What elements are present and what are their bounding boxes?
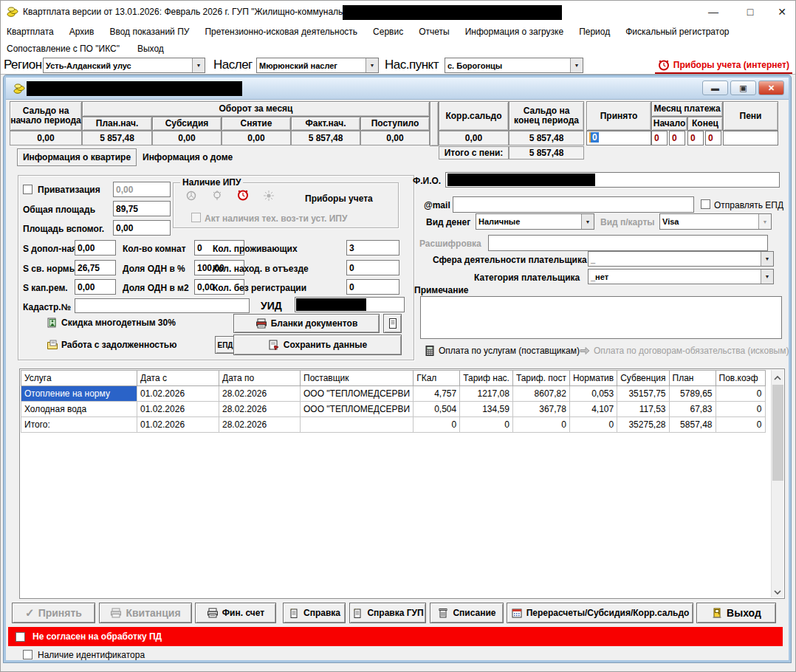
- grid-cell[interactable]: Итого:: [21, 417, 137, 433]
- scroll-down-icon[interactable]: [773, 586, 782, 595]
- grid-cell[interactable]: 5857,48: [669, 417, 716, 433]
- grid-cell[interactable]: 4,107: [569, 402, 617, 417]
- grid-scrollbar[interactable]: [771, 370, 783, 597]
- grid-cell[interactable]: 0: [512, 417, 569, 433]
- grid-cell[interactable]: 35157,75: [617, 386, 669, 402]
- chevron-down-icon[interactable]: ▼: [761, 252, 773, 266]
- grid-cell[interactable]: Холодная вода: [21, 402, 137, 417]
- living-input[interactable]: [346, 240, 399, 256]
- grid-cell[interactable]: 01.02.2026: [137, 402, 219, 417]
- grid-cell[interactable]: 5789,65: [669, 386, 716, 402]
- menu-servis[interactable]: Сервис: [373, 27, 403, 37]
- menu-fiscal[interactable]: Фискальный регистратор: [625, 27, 729, 37]
- month-end-1-input[interactable]: [687, 131, 704, 145]
- grid-cell[interactable]: ООО "ТЕПЛОМЕДСЕРВИ: [301, 402, 414, 417]
- grid-cell[interactable]: 0: [716, 417, 765, 433]
- menu-period[interactable]: Период: [579, 27, 610, 37]
- identifier-checkbox[interactable]: [23, 650, 32, 659]
- chevron-down-icon[interactable]: ▼: [366, 58, 378, 72]
- pd-consent-checkbox[interactable]: [16, 632, 25, 642]
- grid-cell[interactable]: 67,83: [669, 402, 716, 417]
- child-close-button[interactable]: ✕: [758, 80, 784, 95]
- money-type-select[interactable]: Наличные▼: [476, 213, 594, 230]
- privatization-checkbox[interactable]: [23, 185, 32, 194]
- fin-account-button[interactable]: Фин. счет: [195, 603, 276, 623]
- grid-cell[interactable]: Отопление на норму: [21, 386, 137, 402]
- grid-row-heating[interactable]: Отопление на норму 01.02.2026 28.02.2026…: [21, 386, 766, 402]
- month-end-2-input[interactable]: [705, 131, 721, 145]
- debt-work-link[interactable]: Работа с задолженностью: [47, 339, 176, 351]
- sphere-select[interactable]: _▼: [588, 251, 774, 267]
- menu-sopostavlenie[interactable]: Сопоставление с ПО "ИКС": [7, 44, 120, 54]
- scrollbar-thumb[interactable]: [772, 385, 783, 481]
- menu-info-zagruzka[interactable]: Информация о загрузке: [465, 27, 563, 37]
- scroll-up-icon[interactable]: [773, 372, 782, 381]
- uid-input[interactable]: [295, 297, 405, 312]
- menu-arhiv[interactable]: Архив: [69, 27, 95, 37]
- s-kap-input[interactable]: [75, 279, 116, 295]
- email-input[interactable]: [453, 196, 694, 213]
- receipt-button[interactable]: Квитанция: [99, 603, 192, 623]
- pay-services-link[interactable]: Оплата по услугам (поставщикам): [424, 345, 580, 357]
- fio-input[interactable]: [445, 172, 780, 188]
- grid-cell[interactable]: 1217,08: [460, 386, 513, 402]
- grid-cell[interactable]: 367,78: [512, 402, 569, 417]
- chevron-down-icon[interactable]: ▼: [192, 58, 205, 72]
- settlement-select[interactable]: с. Борогонцы▼: [445, 58, 583, 73]
- privatization-input[interactable]: [113, 182, 171, 197]
- cadastre-input[interactable]: [75, 298, 250, 313]
- grid-cell[interactable]: 4,757: [414, 386, 460, 402]
- grid-cell[interactable]: [301, 417, 414, 433]
- category-select[interactable]: _нет▼: [588, 269, 774, 284]
- close-button[interactable]: ✕: [767, 1, 796, 23]
- grid-cell[interactable]: 0: [414, 417, 460, 433]
- grid-cell[interactable]: 0: [716, 402, 765, 417]
- menu-pretenzionno[interactable]: Претензионно-исковая деятельность: [205, 27, 357, 37]
- chevron-down-icon[interactable]: ▼: [570, 58, 583, 72]
- region-select[interactable]: Усть-Алданский улус▼: [43, 58, 205, 73]
- grid-cell[interactable]: 0,053: [569, 386, 617, 402]
- menu-vvod-pokazaniy[interactable]: Ввод показаний ПУ: [109, 27, 189, 37]
- grid-cell[interactable]: 8607,82: [512, 386, 569, 402]
- recalc-button[interactable]: Перерасчеты/Субсидия/Корр.сальдо: [507, 603, 693, 623]
- tab-house-info[interactable]: Информация о доме: [143, 152, 233, 162]
- grid-cell[interactable]: 28.02.2026: [219, 386, 301, 402]
- act-checkbox[interactable]: [191, 213, 201, 222]
- s-dop-input[interactable]: [75, 240, 116, 256]
- child-minimize-button[interactable]: ▬: [702, 80, 728, 95]
- peni-input[interactable]: [723, 131, 778, 145]
- grid-cell[interactable]: 117,53: [617, 402, 669, 417]
- exit-button[interactable]: Выход: [696, 603, 776, 623]
- unregistered-input[interactable]: [346, 279, 399, 295]
- document-small-button[interactable]: [383, 314, 402, 333]
- chevron-down-icon[interactable]: ▼: [581, 214, 594, 229]
- maximize-button[interactable]: □: [735, 1, 765, 23]
- month-start-1-input[interactable]: [651, 131, 668, 145]
- decode-input[interactable]: [488, 235, 768, 251]
- away-input[interactable]: [346, 260, 399, 275]
- menu-otchety[interactable]: Отчеты: [419, 27, 449, 37]
- certificate-gup-button[interactable]: Справка ГУП: [349, 603, 426, 623]
- nasleg-select[interactable]: Мюрюнский наслег▼: [256, 58, 379, 73]
- grid-cell[interactable]: 28.02.2026: [219, 402, 301, 417]
- menu-vyhod[interactable]: Выход: [137, 44, 164, 54]
- note-textarea[interactable]: [420, 296, 782, 339]
- minimize-button[interactable]: —: [699, 1, 728, 23]
- chevron-down-icon[interactable]: ▼: [761, 270, 773, 284]
- grid-cell[interactable]: 0: [460, 417, 513, 433]
- grid-cell[interactable]: 28.02.2026: [219, 417, 301, 433]
- menu-kvartplata[interactable]: Квартплата: [7, 27, 54, 37]
- aux-area-input[interactable]: [113, 220, 171, 236]
- discount-link[interactable]: Скидка многодетным 30%: [47, 317, 176, 329]
- grid-cell[interactable]: 0: [569, 417, 617, 433]
- grid-cell[interactable]: 0: [716, 386, 765, 402]
- epd-button[interactable]: ЕПД: [215, 336, 236, 354]
- certificate-button[interactable]: Справка: [283, 603, 346, 623]
- grid-cell[interactable]: 35275,28: [617, 417, 669, 433]
- grid-cell[interactable]: 134,59: [460, 402, 513, 417]
- send-epd-checkbox[interactable]: [701, 199, 710, 209]
- save-data-button[interactable]: Сохранить данные: [233, 335, 402, 355]
- tab-apartment-info[interactable]: Информация о квартире: [17, 148, 137, 166]
- grid-cell[interactable]: 0,504: [414, 402, 460, 417]
- s-norm-input[interactable]: [75, 260, 116, 275]
